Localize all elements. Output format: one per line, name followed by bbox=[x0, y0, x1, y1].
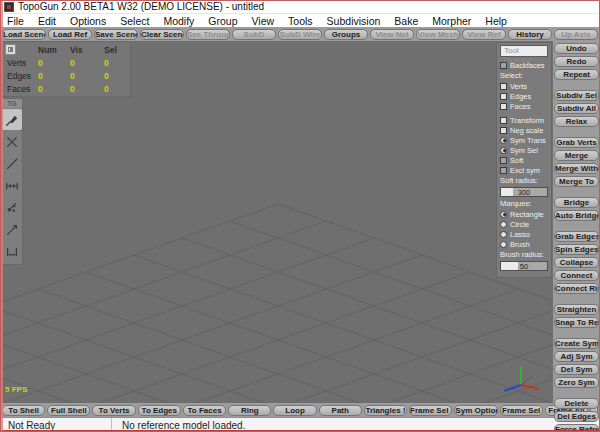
menu-options[interactable]: Options bbox=[63, 14, 113, 27]
delete-tool-button[interactable] bbox=[2, 131, 22, 152]
straighten-button[interactable]: Straighten bbox=[554, 304, 599, 315]
select-edges-checkbox[interactable]: Edges bbox=[500, 91, 548, 101]
merge-button[interactable]: Merge bbox=[554, 150, 599, 161]
redo-button[interactable]: Redo bbox=[554, 56, 599, 67]
frame-sel-button[interactable]: Frame Sel bbox=[500, 405, 543, 416]
tool-palette-handle[interactable]: TG bbox=[2, 99, 22, 108]
load-scene-button[interactable]: Load Scene bbox=[2, 29, 46, 40]
delete-button[interactable]: Delete bbox=[554, 398, 599, 409]
connect-ring-button[interactable]: Connect Ring bbox=[554, 283, 599, 294]
marquee-rectangle-radio[interactable]: Rectangle bbox=[500, 209, 548, 219]
to-verts-button[interactable]: To Verts bbox=[92, 405, 135, 416]
ring-button[interactable]: Ring bbox=[228, 405, 271, 416]
del-sym-button[interactable]: Del Sym bbox=[554, 364, 599, 375]
repeat-button[interactable]: Repeat bbox=[554, 69, 599, 80]
relax-button[interactable]: Relax bbox=[554, 116, 599, 127]
loop-button[interactable]: Loop bbox=[273, 405, 316, 416]
stats-panel-icon bbox=[5, 44, 16, 55]
menu-modify[interactable]: Modify bbox=[156, 14, 201, 27]
select-faces-checkbox[interactable]: Faces bbox=[500, 101, 548, 111]
brush-tool-button[interactable] bbox=[2, 197, 22, 218]
force-refresh-button[interactable]: Force Refresh bbox=[554, 424, 599, 432]
brush-radius-value: 50 bbox=[501, 262, 547, 270]
full-shell-button[interactable]: Full Shell bbox=[47, 405, 90, 416]
connect-button[interactable]: Connect bbox=[554, 270, 599, 281]
stats-col-vis: Vis bbox=[70, 45, 104, 55]
edges-vis: 0 bbox=[70, 71, 104, 81]
subdiv-all-button[interactable]: Subdiv All bbox=[554, 103, 599, 114]
load-ref-button[interactable]: Load Ref bbox=[48, 29, 92, 40]
tool-options-title[interactable]: Tool Options bbox=[500, 45, 548, 57]
to-faces-button[interactable]: To Faces bbox=[183, 405, 226, 416]
marquee-lasso-radio[interactable]: Lasso bbox=[500, 229, 548, 239]
sym-trans-radio[interactable]: Sym Trans bbox=[500, 135, 548, 145]
spin-edges-button[interactable]: Spin Edges bbox=[554, 244, 599, 255]
menu-select[interactable]: Select bbox=[113, 14, 156, 27]
triangles-button[interactable]: Triangles ! bbox=[364, 405, 407, 416]
collapse-button[interactable]: Collapse bbox=[554, 257, 599, 268]
menu-view[interactable]: View bbox=[245, 14, 282, 27]
to-edges-button[interactable]: To Edges bbox=[138, 405, 181, 416]
save-scene-button[interactable]: Save Scene bbox=[94, 29, 138, 40]
clear-scene-button[interactable]: Clear Scene bbox=[140, 29, 184, 40]
merge-to-button[interactable]: Merge To bbox=[554, 176, 599, 187]
marquee-brush-radio[interactable]: Brush bbox=[500, 239, 548, 249]
viewport-3d[interactable]: Num Vis Sel Verts 0 0 0 Edges 0 0 0 Face… bbox=[0, 41, 553, 403]
subd-wire-button[interactable]: SubD Wire bbox=[278, 29, 322, 40]
menu-tools[interactable]: Tools bbox=[281, 14, 320, 27]
checkbox-icon bbox=[500, 167, 507, 174]
draw-tool-button[interactable] bbox=[2, 153, 22, 174]
menu-group[interactable]: Group bbox=[201, 14, 244, 27]
undo-button[interactable]: Undo bbox=[554, 43, 599, 54]
pen-icon bbox=[5, 113, 19, 127]
to-shell-button[interactable]: To Shell bbox=[2, 405, 45, 416]
menu-subdivision[interactable]: Subdivision bbox=[320, 14, 388, 27]
app-icon[interactable] bbox=[4, 2, 14, 12]
del-edges-button[interactable]: Del Edges bbox=[554, 411, 599, 422]
subd-button[interactable]: SubD bbox=[232, 29, 276, 40]
view-mesh-button[interactable]: View Mesh bbox=[416, 29, 460, 40]
status-message: No reference model loaded. bbox=[112, 420, 245, 431]
bridge-button[interactable]: Bridge bbox=[554, 197, 599, 208]
merge-with-button[interactable]: Merge With bbox=[554, 163, 599, 174]
knife-tool-button[interactable] bbox=[2, 219, 22, 240]
see-through-button[interactable]: See Through bbox=[186, 29, 230, 40]
verts-sel: 0 bbox=[104, 58, 128, 68]
excl-sym-checkbox[interactable]: Excl sym bbox=[500, 165, 548, 175]
grab-verts-button[interactable]: Grab Verts bbox=[554, 137, 599, 148]
menu-file[interactable]: File bbox=[0, 14, 31, 27]
sym-sel-radio[interactable]: Sym Sel bbox=[500, 145, 548, 155]
menu-help[interactable]: Help bbox=[478, 14, 514, 27]
grab-edges-button[interactable]: Grab Edges bbox=[554, 231, 599, 242]
auto-bridge-button[interactable]: Auto Bridge bbox=[554, 210, 599, 221]
history-button[interactable]: History bbox=[508, 29, 552, 40]
menu-morpher[interactable]: Morpher bbox=[425, 14, 478, 27]
menu-edit[interactable]: Edit bbox=[31, 14, 63, 27]
sym-options-button[interactable]: Sym Options bbox=[454, 405, 497, 416]
soft-checkbox[interactable]: Soft bbox=[500, 155, 548, 165]
extrude-tool-button[interactable] bbox=[2, 175, 22, 196]
view-net-button[interactable]: View Net bbox=[370, 29, 414, 40]
checkbox-icon bbox=[500, 93, 507, 100]
frame-sel-amp-button[interactable]: Frame Sel & bbox=[409, 405, 452, 416]
tubes-tool-button[interactable] bbox=[2, 241, 22, 262]
view-ref-button[interactable]: View Ref bbox=[462, 29, 506, 40]
marquee-circle-radio[interactable]: Circle bbox=[500, 219, 548, 229]
soft-radius-slider[interactable]: 300 bbox=[500, 187, 548, 197]
axis-gizmo bbox=[499, 361, 543, 401]
subdiv-sel-button[interactable]: Subdiv Sel bbox=[554, 90, 599, 101]
path-button[interactable]: Path bbox=[319, 405, 362, 416]
checkbox-icon bbox=[500, 127, 507, 134]
snap-to-ref-button[interactable]: Snap To Ref bbox=[554, 317, 599, 328]
menu-bake[interactable]: Bake bbox=[387, 14, 425, 27]
select-verts-checkbox[interactable]: Verts bbox=[500, 81, 548, 91]
zero-sym-button[interactable]: Zero Sym bbox=[554, 377, 599, 388]
brush-radius-slider[interactable]: 50 bbox=[500, 261, 548, 271]
create-sym-button[interactable]: Create Sym bbox=[554, 338, 599, 349]
neg-scale-checkbox[interactable]: Neg scale bbox=[500, 125, 548, 135]
transform-checkbox[interactable]: Transform bbox=[500, 115, 548, 125]
groups-button[interactable]: Groups bbox=[324, 29, 368, 40]
edit-tool-button[interactable] bbox=[2, 109, 22, 130]
up-axis-button[interactable]: Up Axis bbox=[554, 29, 598, 40]
adj-sym-button[interactable]: Adj Sym bbox=[554, 351, 599, 362]
